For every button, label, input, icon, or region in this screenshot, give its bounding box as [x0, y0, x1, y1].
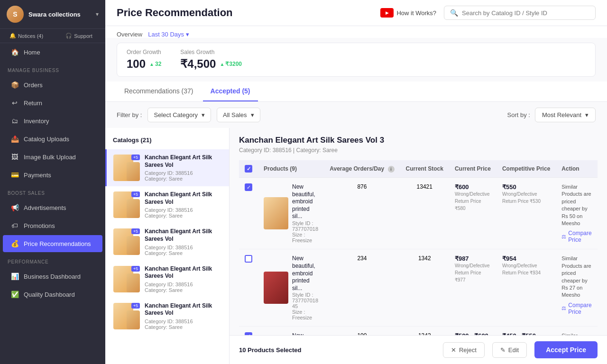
sidebar-item-quality-dashboard[interactable]: ✅ Quality Dashboard [3, 286, 102, 303]
performance-section: Performance [0, 253, 105, 267]
tab-recommendations[interactable]: Recommendations (37) [117, 82, 201, 101]
sidebar-item-advertisements[interactable]: 📢 Advertisements [3, 199, 102, 216]
dashboard-icon: 📊 [10, 272, 19, 281]
category-filter-dropdown[interactable]: Select Category ▾ [147, 108, 211, 122]
product-cell: New beautiful, embroid printed sil... St… [258, 249, 324, 327]
list-item[interactable]: +5 Kanchan Elegant Art Silk Sarees Vol C… [105, 298, 229, 335]
chevron-down-icon: ▾ [251, 111, 254, 118]
reject-button[interactable]: ✕ Reject [443, 342, 485, 358]
sort-bar: Sort by : Most Relevant ▾ [507, 108, 596, 122]
bell-icon: 🔔 [9, 33, 16, 39]
sidebar-item-label: Return [24, 100, 42, 107]
catalog-thumbnail: +5 [113, 155, 140, 181]
current-stock-cell: 13421 [400, 178, 449, 249]
inventory-icon: 🗂 [10, 117, 19, 125]
compare-price-link[interactable]: ⚖ Compare Price [561, 302, 592, 315]
sidebar-item-label: Image Bulk Upload [24, 154, 76, 161]
search-input[interactable] [462, 9, 589, 17]
sidebar-item-label: Advertisements [24, 204, 66, 211]
row-checkbox[interactable] [245, 255, 252, 263]
action-cell: Similar Products are priced cheaper by R… [556, 249, 598, 327]
sidebar-notices-support: 🔔 Notices (4) 🎧 Support [0, 29, 105, 43]
select-all-header[interactable] [239, 160, 258, 178]
catalog-thumbnail: +5 [113, 191, 140, 218]
chevron-down-icon: ▾ [585, 111, 589, 118]
product-detail: Kanchan Elegant Art Silk Sarees Vol 3 Ca… [230, 128, 607, 335]
info-icon[interactable]: i [388, 166, 395, 173]
product-detail-panel: Kanchan Elegant Art Silk Sarees Vol 3 Ca… [230, 128, 607, 364]
catalog-thumbnail: +5 [113, 228, 140, 255]
sidebar-item-home[interactable]: 🏠 Home [3, 44, 102, 61]
catalog-list-header: Catalogs (21) [105, 133, 229, 149]
row-checkbox[interactable] [245, 183, 252, 191]
sidebar-item-label: Payments [24, 172, 51, 179]
sidebar-item-label: Inventory [24, 118, 49, 125]
current-stock-cell: 1342 [400, 249, 449, 327]
sidebar-item-orders[interactable]: 📦 Orders [3, 76, 102, 93]
sidebar-item-price-recommendations[interactable]: 💰 Price Recommendations [3, 235, 102, 252]
competitive-price-cell: ₹450 - ₹550 Wrong/DefectiveReturn Price₹… [497, 327, 556, 335]
action-cell: Similar Products are priced cheaper by R… [556, 178, 598, 249]
catalog-thumbnail: +5 [113, 266, 140, 292]
row-checkbox-cell[interactable] [239, 178, 258, 249]
compare-price-link[interactable]: ⚖ Compare Price [561, 230, 592, 243]
competitive-price-cell: ₹550 Wrong/DefectiveReturn Price ₹530 [497, 178, 556, 249]
products-table: Products (9) Average Orders/Day i Curren… [239, 160, 598, 335]
catalog-list: Catalogs (21) +5 Kanchan Elegant Art Sil… [105, 128, 230, 364]
image-icon: 🖼 [10, 153, 19, 161]
product-thumbnail [264, 272, 288, 304]
list-item[interactable]: +5 Kanchan Elegant Art Silk Sarees Vol C… [105, 261, 229, 298]
sidebar-header[interactable]: S Swara collections ▾ [0, 0, 105, 29]
sidebar-item-label: Business Dashboard [24, 273, 81, 280]
store-name: Swara collections [28, 11, 91, 18]
table-row: New beautiful, embroid printed sil... St… [239, 178, 598, 249]
row-checkbox-cell[interactable] [239, 327, 258, 335]
accept-price-button[interactable]: Accept Price [534, 341, 598, 358]
edit-icon: ✎ [500, 346, 506, 354]
date-filter-button[interactable]: Last 30 Days ▾ [148, 31, 189, 38]
support-button[interactable]: 🎧 Support [53, 29, 105, 43]
sidebar-item-catalog-uploads[interactable]: 📤 Catalog Uploads [3, 130, 102, 147]
sidebar-item-label: Price Recommendations [24, 240, 91, 247]
catalog-thumbnail: +5 [113, 303, 140, 329]
catalog-icon: 📤 [10, 135, 19, 143]
detail-meta: Category ID: 388516 | Category: Saree [239, 147, 598, 154]
sidebar-item-image-bulk-upload[interactable]: 🖼 Image Bulk Upload [3, 148, 102, 165]
page-title: Price Recommendation [117, 7, 373, 19]
sort-dropdown[interactable]: Most Relevant ▾ [535, 108, 596, 122]
current-stock-header: Current Stock [400, 160, 449, 178]
current-price-header: Current Price [449, 160, 497, 178]
sidebar-item-promotions[interactable]: 🏷 Promotions [3, 217, 102, 234]
sales-filter-dropdown[interactable]: All Sales ▾ [217, 108, 260, 122]
sidebar-item-return[interactable]: ↩ Return [3, 94, 102, 111]
tab-accepted[interactable]: Accepted (5) [203, 82, 258, 101]
sidebar-item-payments[interactable]: 💳 Payments [3, 166, 102, 183]
sales-growth-stat: Sales Growth ₹4,500 ₹3200 [180, 49, 242, 71]
notices-button[interactable]: 🔔 Notices (4) [0, 29, 53, 43]
chevron-down-icon: ▾ [202, 111, 205, 118]
avatar: S [7, 6, 24, 23]
list-item[interactable]: +5 Kanchan Elegant Art Silk Sarees Vol C… [105, 223, 229, 260]
competitive-price-cell: ₹954 Wrong/DefectiveReturn Price ₹934 [497, 249, 556, 327]
row-checkbox-cell[interactable] [239, 249, 258, 327]
bottom-action-bar: 10 Products Selected ✕ Reject ✎ Edit Acc… [230, 335, 607, 364]
stats-card: Order Growth 100 32 Sales Growth ₹4,500 … [117, 43, 596, 77]
current-price-cell: ₹600 Wrong/DefectiveReturn Price ₹580 [449, 178, 497, 249]
selected-count: 10 Products Selected [239, 346, 435, 354]
sidebar-item-inventory[interactable]: 🗂 Inventory [3, 112, 102, 129]
search-box: 🔍 [444, 6, 596, 20]
action-cell: Similar Products priced cheaper other su… [556, 327, 598, 335]
return-icon: ↩ [10, 99, 19, 107]
avg-orders-header: Average Orders/Day i [324, 160, 400, 178]
home-icon: 🏠 [10, 48, 19, 56]
sidebar-item-business-dashboard[interactable]: 📊 Business Dashboard [3, 268, 102, 285]
sidebar-item-label: Home [24, 49, 40, 56]
list-item[interactable]: +5 Kanchan Elegant Art Silk Sarees Vol C… [105, 149, 229, 186]
compare-icon: ⚖ [561, 305, 566, 311]
products-header: Products (9) [258, 160, 324, 178]
list-item[interactable]: +5 Kanchan Elegant Art Silk Sarees Vol C… [105, 186, 229, 223]
table-row: New beautiful, embroid printed sil... St… [239, 327, 598, 335]
edit-button[interactable]: ✎ Edit [492, 342, 527, 358]
select-all-checkbox[interactable] [245, 165, 252, 173]
how-it-works-button[interactable]: How it Works? [380, 8, 436, 18]
